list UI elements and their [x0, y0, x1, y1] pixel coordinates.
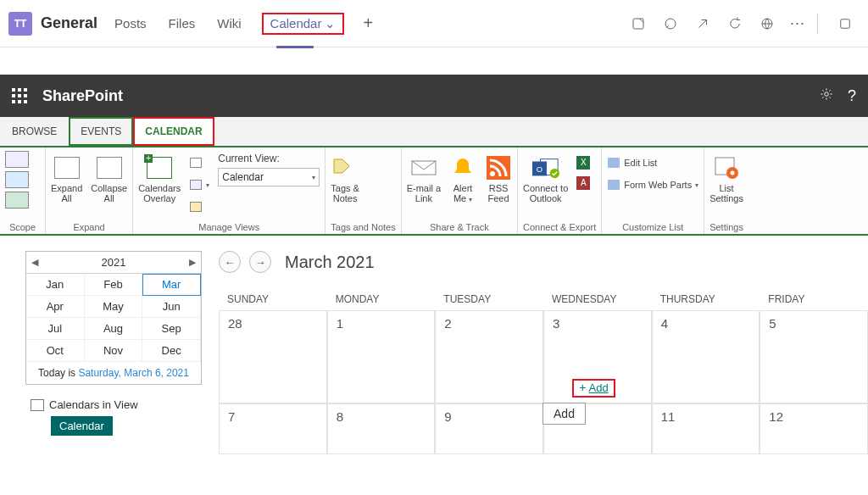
mini-month-nov[interactable]: Nov [85, 340, 143, 362]
list-settings-button[interactable]: List Settings [709, 151, 743, 203]
help-icon[interactable]: ? [848, 87, 856, 105]
open-access-button[interactable]: A [576, 175, 590, 192]
alert-me-button[interactable]: Alert Me ▾ [449, 151, 476, 203]
tab-posts[interactable]: Posts [113, 13, 148, 34]
chat-icon[interactable] [662, 15, 679, 32]
calendar-day[interactable]: 9 [435, 403, 543, 454]
ribbon-group-customize-list: Customize List [607, 220, 698, 232]
day-number: 3 [553, 316, 643, 331]
mini-next-button[interactable]: ▶ [189, 257, 196, 268]
mini-month-may[interactable]: May [85, 296, 143, 318]
day-number: 28 [228, 316, 318, 331]
dow-header: FRIDAY [760, 288, 868, 310]
chevron-down-icon: ⌄ [325, 16, 336, 31]
svg-rect-0 [633, 19, 643, 29]
sp-tab-browse[interactable]: BROWSE [0, 117, 69, 146]
toolbar-divider [817, 14, 829, 34]
calendar-day[interactable]: 8 [327, 403, 436, 454]
tab-calendar[interactable]: Calendar⌄ [262, 13, 345, 35]
modify-view-button[interactable]: ▾ [189, 176, 209, 193]
svg-text:O: O [536, 164, 542, 174]
mini-month-oct[interactable]: Oct [26, 340, 85, 362]
sp-tab-calendar[interactable]: CALENDAR [133, 117, 214, 146]
expand-all-button[interactable]: Expand All [51, 151, 82, 203]
svg-rect-3 [841, 19, 850, 28]
calendar-day[interactable]: 2 [435, 310, 543, 403]
sharepoint-title: SharePoint [42, 87, 123, 105]
mini-month-dec[interactable]: Dec [142, 340, 201, 362]
calendar-day[interactable]: 12 [760, 403, 868, 454]
edit-list-button[interactable]: Edit List [607, 154, 698, 171]
focus-icon[interactable] [837, 15, 854, 32]
calendar-day[interactable]: 5 [760, 310, 868, 403]
cal-title: March 2021 [285, 253, 375, 272]
mini-today: Today is Saturday, March 6, 2021 [26, 362, 201, 384]
calendar-day[interactable]: 1 [327, 310, 436, 403]
current-view-label: Current View: [218, 153, 320, 164]
mini-year: 2021 [102, 256, 126, 269]
ribbon-group-settings: Settings [709, 220, 743, 232]
connect-outlook-label: Connect to Outlook [523, 183, 568, 203]
tags-notes-label: Tags & Notes [331, 183, 359, 203]
day-number: 9 [444, 409, 534, 424]
mini-prev-button[interactable]: ◀ [31, 257, 38, 268]
mini-today-link[interactable]: Saturday, March 6, 2021 [78, 367, 189, 379]
mini-month-jan[interactable]: Jan [26, 274, 85, 296]
calendar-day[interactable]: 11 [652, 403, 760, 454]
app-launcher-icon[interactable] [12, 88, 27, 103]
add-event-box[interactable]: Add [542, 403, 586, 425]
tags-notes-button[interactable]: Tags & Notes [331, 151, 359, 203]
collapse-all-button[interactable]: Collapse All [91, 151, 127, 203]
edit-list-label: Edit List [624, 158, 657, 168]
tab-info-icon[interactable] [630, 15, 647, 32]
tab-files[interactable]: Files [167, 13, 198, 34]
add-tab-button[interactable]: + [363, 14, 373, 33]
sp-tab-events[interactable]: EVENTS [69, 117, 133, 146]
day-number: 4 [661, 316, 751, 331]
svg-point-7 [490, 171, 495, 176]
current-view-select[interactable]: Calendar▾ [218, 168, 320, 186]
calendar-day[interactable]: 28 [219, 310, 327, 403]
settings-gear-icon[interactable] [819, 86, 834, 106]
mini-month-jul[interactable]: Jul [26, 318, 85, 340]
mini-month-mar[interactable]: Mar [142, 274, 201, 296]
channel-name: General [41, 14, 97, 32]
calendars-overlay-label: Calendars Overlay [138, 183, 181, 203]
mini-month-feb[interactable]: Feb [85, 274, 143, 296]
email-link-button[interactable]: E-mail a Link [407, 151, 441, 203]
mini-month-sep[interactable]: Sep [142, 318, 201, 340]
scope-button[interactable] [5, 151, 29, 209]
collapse-all-label: Collapse All [91, 183, 127, 203]
active-tab-underline [276, 46, 314, 48]
more-icon[interactable]: ··· [790, 14, 805, 32]
calendars-in-view-chip[interactable]: Calendar [51, 416, 113, 436]
day-number: 11 [661, 409, 751, 424]
calendar-day[interactable]: 3+Add [543, 310, 652, 403]
create-view-button[interactable] [189, 154, 209, 171]
current-view-value: Calendar [222, 171, 264, 183]
export-excel-button[interactable]: X [576, 154, 590, 171]
cal-next-button[interactable]: → [249, 251, 271, 273]
reload-icon[interactable] [726, 15, 743, 32]
calendar-day[interactable]: 10Add [543, 403, 652, 454]
calendars-overlay-button[interactable]: +Calendars Overlay [138, 151, 181, 203]
mini-month-aug[interactable]: Aug [85, 318, 143, 340]
tab-wiki[interactable]: Wiki [215, 13, 242, 34]
globe-icon[interactable] [759, 15, 776, 32]
cal-prev-button[interactable]: ← [219, 251, 241, 273]
add-event-link[interactable]: Add [589, 381, 609, 394]
connect-outlook-button[interactable]: OConnect to Outlook [523, 151, 568, 203]
calendar-day[interactable]: 7 [219, 403, 327, 454]
create-column-button[interactable] [189, 198, 209, 215]
calendar-day[interactable]: 4 [652, 310, 760, 403]
form-web-parts-button[interactable]: Form Web Parts ▾ [607, 176, 698, 193]
rss-feed-button[interactable]: RSS Feed [485, 151, 512, 203]
popout-icon[interactable] [694, 15, 711, 32]
mini-month-apr[interactable]: Apr [26, 296, 85, 318]
rss-feed-label: RSS Feed [488, 183, 509, 203]
mini-month-jun[interactable]: Jun [142, 296, 201, 318]
add-event-badge[interactable]: +Add [572, 379, 615, 398]
team-avatar[interactable]: TT [8, 12, 32, 36]
calendars-in-view-label: Calendars in View [25, 398, 202, 411]
day-number: 1 [337, 316, 426, 331]
